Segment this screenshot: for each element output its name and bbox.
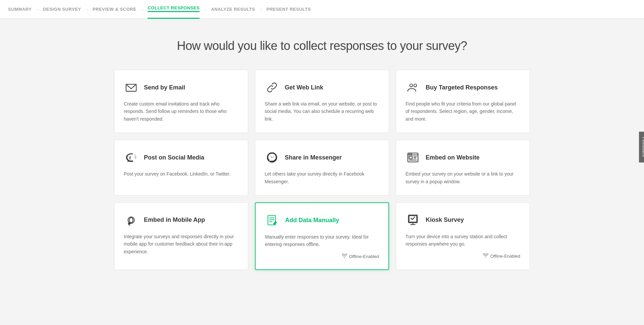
nav-step-preview[interactable]: PREVIEW & SCORE (93, 0, 137, 19)
card-icon-social: f (124, 150, 139, 165)
card-title-social: Post on Social Media (144, 154, 204, 161)
nav-step-collect[interactable]: COLLECT RESPONSES (148, 0, 200, 19)
card-header-targeted: Buy Targeted Responses (406, 80, 520, 95)
card-title-kiosk: Kiosk Survey (426, 216, 464, 223)
nav-step-present[interactable]: PRESENT RESULTS (266, 0, 311, 19)
card-header-messenger: Share in Messenger (265, 150, 379, 165)
card-embed[interactable]: Embed on WebsiteEmbed your survey on you… (396, 140, 530, 196)
card-icon-mobile (124, 213, 139, 227)
wifi-icon (483, 253, 488, 259)
nav-label-summary: SUMMARY (8, 7, 32, 12)
nav-step-analyze[interactable]: ANALYZE RESULTS (211, 0, 255, 19)
card-title-messenger: Share in Messenger (285, 154, 342, 161)
card-targeted[interactable]: Buy Targeted ResponsesFind people who fi… (396, 70, 530, 133)
cards-grid: Send by EmailCreate custom email invitat… (114, 70, 530, 270)
nav-arrow-icon: → (35, 7, 40, 12)
card-icon-targeted (406, 80, 420, 95)
card-title-mobile: Embed in Mobile App (144, 216, 205, 223)
nav-arrow-icon: → (258, 7, 263, 12)
card-desc-email: Create custom email invitations and trac… (124, 100, 238, 123)
card-desc-messenger: Let others take your survey directly in … (265, 170, 379, 185)
svg-point-2 (414, 84, 417, 87)
card-header-kiosk: Kiosk Survey (406, 213, 520, 227)
nav-step-design[interactable]: DESIGN SURVEY (43, 0, 81, 19)
card-icon-weblink (265, 80, 279, 95)
nav-arrow-icon: → (203, 7, 208, 12)
card-kiosk[interactable]: Kiosk SurveyTurn your device into a surv… (396, 202, 530, 270)
wifi-icon (342, 254, 347, 259)
card-desc-kiosk: Turn your device into a survey station a… (406, 233, 520, 248)
card-social[interactable]: f Post on Social MediaPost your survey o… (114, 140, 248, 196)
card-email[interactable]: Send by EmailCreate custom email invitat… (114, 70, 248, 133)
card-icon-manual (265, 213, 280, 228)
card-desc-mobile: Integrate your surveys and responses dir… (124, 233, 238, 255)
offline-badge-manual: Offline-Enabled (265, 254, 379, 259)
feedback-tab[interactable]: Feedback (639, 132, 644, 162)
nav-step-summary[interactable]: SUMMARY (8, 0, 32, 19)
nav-arrow-icon: → (85, 7, 89, 12)
card-header-embed: Embed on Website (406, 150, 520, 165)
svg-rect-11 (409, 156, 413, 159)
card-desc-manual: Manually enter responses to your survey.… (265, 233, 379, 248)
nav-label-design: DESIGN SURVEY (43, 7, 81, 12)
card-header-social: f Post on Social Media (124, 150, 238, 165)
card-icon-kiosk (406, 213, 420, 227)
card-messenger[interactable]: Share in MessengerLet others take your s… (255, 140, 389, 196)
offline-label: Offline-Enabled (349, 254, 379, 259)
card-header-mobile: Embed in Mobile App (124, 213, 238, 227)
nav-label-analyze: ANALYZE RESULTS (211, 7, 255, 12)
svg-text:f: f (129, 155, 131, 160)
nav-label-present: PRESENT RESULTS (266, 7, 311, 12)
card-desc-social: Post your survey on Facebook, LinkedIn, … (124, 170, 238, 178)
card-desc-embed: Embed your survey on your website or a l… (406, 170, 520, 185)
card-icon-messenger (265, 150, 279, 165)
nav-label-collect: COLLECT RESPONSES (148, 5, 200, 12)
main-content: How would you like to collect responses … (87, 19, 557, 283)
card-desc-weblink: Share a web link via email, on your webs… (265, 100, 379, 123)
card-header-manual: Add Data Manually (265, 213, 379, 228)
offline-badge-kiosk: Offline-Enabled (406, 253, 520, 259)
card-manual[interactable]: Add Data ManuallyManually enter response… (255, 202, 389, 270)
svg-point-1 (410, 84, 413, 87)
card-icon-embed (406, 150, 420, 165)
card-mobile[interactable]: Embed in Mobile AppIntegrate your survey… (114, 202, 248, 270)
top-navigation: SUMMARY→DESIGN SURVEY→PREVIEW & SCORE→CO… (0, 0, 644, 19)
nav-label-preview: PREVIEW & SCORE (93, 7, 137, 12)
card-desc-targeted: Find people who fit your criteria from o… (406, 100, 520, 123)
page-title: How would you like to collect responses … (114, 39, 530, 53)
card-title-targeted: Buy Targeted Responses (426, 84, 498, 91)
card-title-email: Send by Email (144, 84, 185, 91)
card-header-email: Send by Email (124, 80, 238, 95)
card-title-manual: Add Data Manually (285, 217, 339, 224)
offline-label: Offline-Enabled (490, 254, 520, 259)
card-icon-email (124, 80, 139, 95)
card-title-embed: Embed on Website (426, 154, 480, 161)
card-title-weblink: Get Web Link (285, 84, 323, 91)
nav-arrow-icon: → (140, 7, 144, 12)
card-header-weblink: Get Web Link (265, 80, 379, 95)
card-weblink[interactable]: Get Web LinkShare a web link via email, … (255, 70, 389, 133)
